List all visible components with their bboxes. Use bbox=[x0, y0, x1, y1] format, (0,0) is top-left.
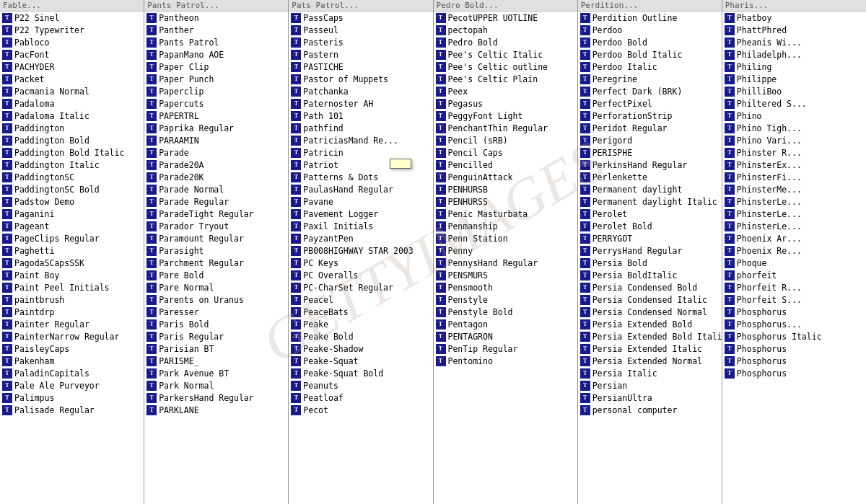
list-item[interactable]: TPersia Condensed Italic bbox=[578, 293, 722, 306]
list-item[interactable]: TPhorfeit R... bbox=[722, 281, 866, 293]
list-item[interactable]: TPhinsterLe... bbox=[722, 208, 866, 220]
list-item[interactable]: TP22 Sinel bbox=[0, 12, 144, 24]
list-item[interactable]: TPaddington Italic bbox=[0, 159, 144, 171]
list-item[interactable]: TPARAAMIN bbox=[144, 134, 288, 146]
list-item[interactable]: TPatriciasMand Re... bbox=[289, 134, 432, 146]
list-item[interactable]: TPerolet Bold bbox=[578, 220, 722, 232]
list-item[interactable]: TPaghetti bbox=[0, 244, 144, 257]
list-item[interactable]: TPersia Extended Normal bbox=[578, 355, 722, 367]
list-item[interactable]: TPenic Masturbata bbox=[434, 208, 577, 220]
list-item[interactable]: TParasight bbox=[144, 244, 288, 257]
list-item[interactable]: TPACHYDER bbox=[0, 61, 144, 73]
list-item[interactable]: TPentomino bbox=[434, 355, 577, 367]
list-item[interactable]: TPeake Bold bbox=[289, 330, 432, 342]
list-item[interactable]: TPersia Extended Bold bbox=[578, 318, 722, 330]
list-item[interactable]: TPageClips Regular bbox=[0, 232, 144, 244]
list-item[interactable]: TPhinsterLe... bbox=[722, 220, 866, 232]
list-item[interactable]: TPhinster R... bbox=[722, 146, 866, 159]
list-item[interactable]: TParesser bbox=[144, 306, 288, 318]
list-item[interactable]: TPenmanship bbox=[434, 220, 577, 232]
list-item[interactable]: TPasseul bbox=[289, 24, 432, 36]
list-item[interactable]: TPermanent daylight bbox=[578, 183, 722, 195]
list-item[interactable]: TPerlenkette bbox=[578, 171, 722, 183]
list-item[interactable]: TPhinsterFi... bbox=[722, 171, 866, 183]
list-item[interactable]: TPhoenix Re... bbox=[722, 244, 866, 257]
list-item[interactable]: TParade Regular bbox=[144, 195, 288, 208]
list-item[interactable]: TPERISPHE bbox=[578, 146, 722, 159]
list-item[interactable]: TPhosphorus bbox=[722, 306, 866, 318]
list-item[interactable]: TPhosphorus bbox=[722, 342, 866, 355]
list-item[interactable]: TPenguinAttack bbox=[434, 171, 577, 183]
list-item[interactable]: TPC-CharSet Regular bbox=[289, 281, 432, 293]
list-item[interactable]: TPaganini bbox=[0, 208, 144, 220]
list-item[interactable]: TPenn Station bbox=[434, 232, 577, 244]
list-item[interactable]: TPersia Condensed Bold bbox=[578, 281, 722, 293]
list-item[interactable]: TPadstow Demo bbox=[0, 195, 144, 208]
list-item[interactable]: TPaintdrp bbox=[0, 306, 144, 318]
list-item[interactable]: TPavement Logger bbox=[289, 208, 432, 220]
list-item[interactable]: TPASTICHE bbox=[289, 61, 432, 73]
list-item[interactable]: TPakenham bbox=[0, 355, 144, 367]
list-item[interactable]: TPersia Extended Italic bbox=[578, 342, 722, 355]
list-item[interactable]: TPhosphorus bbox=[722, 355, 866, 367]
list-item[interactable]: TPacket bbox=[0, 73, 144, 85]
list-item[interactable]: TPaulasHand Regular bbox=[289, 183, 432, 195]
list-item[interactable]: TPaint Peel Initials bbox=[0, 281, 144, 293]
list-item[interactable]: TParisian BT bbox=[144, 342, 288, 355]
list-item[interactable]: TPalisade Regular bbox=[0, 404, 144, 416]
list-item[interactable]: TPaint Boy bbox=[0, 269, 144, 281]
list-item[interactable]: TPagodaSCapsSSK bbox=[0, 257, 144, 269]
list-item[interactable]: TPenchantThin Regular bbox=[434, 122, 577, 134]
list-item[interactable]: TPerdoo Italic bbox=[578, 61, 722, 73]
list-item[interactable]: TPERRYGOT bbox=[578, 232, 722, 244]
list-item[interactable]: TPaperclip bbox=[144, 85, 288, 97]
list-item[interactable]: TPhoenix Ar... bbox=[722, 232, 866, 244]
list-item[interactable]: TPhinsterEx... bbox=[722, 159, 866, 171]
list-item[interactable]: TPersian bbox=[578, 379, 722, 392]
list-item[interactable]: TPenny bbox=[434, 244, 577, 257]
list-item[interactable]: TPalimpus bbox=[0, 392, 144, 404]
list-item[interactable]: TPatricin bbox=[289, 146, 432, 159]
list-item[interactable]: TPacmania Normal bbox=[0, 85, 144, 97]
list-item[interactable]: TPAPERTRL bbox=[144, 110, 288, 122]
list-item[interactable]: TPenTip Regular bbox=[434, 342, 577, 355]
list-item[interactable]: TPensmooth bbox=[434, 281, 577, 293]
list-item[interactable]: TPeatloaf bbox=[289, 392, 432, 404]
list-item[interactable]: TPacFont bbox=[0, 48, 144, 61]
list-item[interactable]: TPaddington Bold bbox=[0, 134, 144, 146]
list-item[interactable]: TPee's Celtic Italic bbox=[434, 48, 577, 61]
list-item[interactable]: TPerigord bbox=[578, 134, 722, 146]
list-item[interactable]: TPhiltered S... bbox=[722, 97, 866, 110]
list-item[interactable]: TPerfect Dark (BRK) bbox=[578, 85, 722, 97]
list-item[interactable]: TPare Normal bbox=[144, 281, 288, 293]
list-item[interactable]: TPark Avenue BT bbox=[144, 367, 288, 379]
list-item[interactable]: TPainter Regular bbox=[0, 318, 144, 330]
list-item[interactable]: TPersia BoldItalic bbox=[578, 269, 722, 281]
list-item[interactable]: TParade Normal bbox=[144, 183, 288, 195]
list-item[interactable]: TParador Tryout bbox=[144, 220, 288, 232]
list-item[interactable]: TPatchanka bbox=[289, 85, 432, 97]
list-item[interactable]: TPee's Celtic outline bbox=[434, 61, 577, 73]
list-item[interactable]: TParkersHand Regular bbox=[144, 392, 288, 404]
list-item[interactable]: TPecot bbox=[289, 404, 432, 416]
list-item[interactable]: TPeex bbox=[434, 85, 577, 97]
list-item[interactable]: TPhilippe bbox=[722, 73, 866, 85]
list-item[interactable]: TPeake-Squat Bold bbox=[289, 367, 432, 379]
list-item[interactable]: TPENHURSB bbox=[434, 183, 577, 195]
list-item[interactable]: TPeacel bbox=[289, 293, 432, 306]
list-item[interactable]: TPhoque bbox=[722, 257, 866, 269]
list-item[interactable]: TPayzantPen bbox=[289, 232, 432, 244]
list-item[interactable]: TPhosphorus Italic bbox=[722, 330, 866, 342]
list-item[interactable]: TPC Keys bbox=[289, 257, 432, 269]
list-item[interactable]: TPhinsterLe... bbox=[722, 195, 866, 208]
list-item[interactable]: TPersia Condensed Normal bbox=[578, 306, 722, 318]
list-item[interactable]: TPeridot Regular bbox=[578, 122, 722, 134]
list-item[interactable]: TPerdoo Bold bbox=[578, 36, 722, 48]
list-item[interactable]: TPeggyFont Light bbox=[434, 110, 577, 122]
list-item[interactable]: TPerforationStrip bbox=[578, 110, 722, 122]
list-item[interactable]: TPaisleyCaps bbox=[0, 342, 144, 355]
list-item[interactable]: TPadaloma Italic bbox=[0, 110, 144, 122]
list-item[interactable]: TPale Ale Purveyor bbox=[0, 379, 144, 392]
list-item[interactable]: TPapercuts bbox=[144, 97, 288, 110]
list-item[interactable]: TPare Bold bbox=[144, 269, 288, 281]
